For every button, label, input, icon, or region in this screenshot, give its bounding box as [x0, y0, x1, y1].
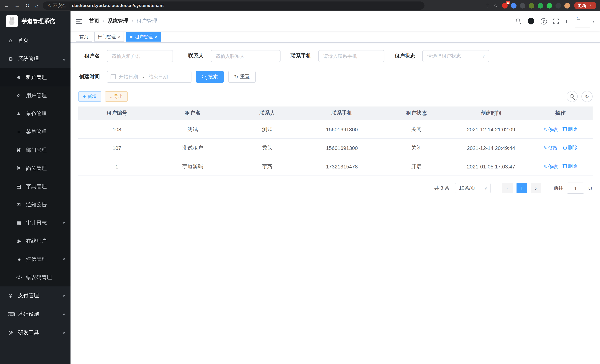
extension-icon-5[interactable] — [538, 3, 543, 8]
extensions-cluster: 10 — [502, 3, 570, 8]
contact-input[interactable] — [211, 50, 281, 62]
filter-status: 租户状态 请选择租户状态 ∨ — [394, 50, 489, 62]
extension-icon-8[interactable] — [564, 3, 570, 8]
edit-button[interactable]: ✎修改 — [544, 145, 558, 152]
fullscreen-icon[interactable] — [553, 18, 559, 24]
reload-button[interactable]: ↻ — [25, 3, 29, 9]
book-icon: ▤ — [16, 184, 22, 189]
star-icon[interactable]: ☆ — [494, 3, 498, 8]
hamburger-button[interactable] — [76, 19, 82, 24]
close-icon[interactable]: × — [155, 35, 157, 39]
github-icon[interactable] — [528, 18, 534, 25]
goto-page-input[interactable] — [567, 183, 584, 194]
browser-menu-icon[interactable]: ⋮ — [589, 3, 593, 8]
date-range-picker[interactable]: 开始日期 - 结束日期 — [107, 71, 191, 83]
tab-home[interactable]: 首页 — [76, 32, 92, 42]
search-toggle-button[interactable] — [567, 91, 578, 102]
page-size-select[interactable]: 10条/页 ∨ — [455, 183, 490, 193]
back-button[interactable]: ← — [4, 3, 9, 9]
sidebar-item-menu[interactable]: ≡ 菜单管理 — [0, 123, 71, 141]
search-button[interactable]: 搜索 — [196, 71, 224, 83]
status-select[interactable]: 请选择租户状态 ∨ — [422, 50, 489, 62]
cell-actions: ✎修改删除 — [528, 157, 593, 176]
next-page-button[interactable]: › — [531, 183, 541, 193]
caret-down-icon: ▾ — [593, 19, 594, 23]
extension-icon-3[interactable] — [520, 3, 525, 8]
extension-icon-6[interactable] — [547, 3, 552, 8]
sidebar-item-role[interactable]: ♟ 角色管理 — [0, 105, 71, 123]
sidebar-item-dept[interactable]: ⌘ 部门管理 — [0, 141, 71, 159]
delete-icon — [563, 127, 567, 131]
sidebar-item-infra[interactable]: ⌨ 基础设施 ∨ — [0, 305, 71, 324]
extension-icon-2[interactable] — [511, 3, 516, 8]
export-button[interactable]: ↓ 导出 — [105, 91, 128, 102]
tab-tenant[interactable]: 租户管理 × — [126, 32, 161, 42]
sidebar-item-sms[interactable]: ◈ 短信管理 ∨ — [0, 250, 71, 268]
sidebar-item-dict[interactable]: ▤ 字典管理 — [0, 177, 71, 196]
broken-image-icon — [576, 16, 581, 21]
document-icon: ▧ — [16, 220, 22, 226]
sidebar-item-devtools[interactable]: ⚒ 研发工具 ∨ — [0, 324, 71, 342]
flag-icon: ⚑ — [16, 166, 22, 171]
tenant-name-input[interactable] — [107, 50, 173, 62]
avatar-dropdown[interactable]: ▾ — [575, 15, 594, 28]
phone-input[interactable] — [318, 50, 384, 62]
prev-page-button[interactable]: ‹ — [502, 183, 513, 193]
sidebar-item-tenant[interactable]: ☻ 租户管理 — [0, 68, 71, 86]
edit-button[interactable]: ✎修改 — [544, 126, 558, 133]
logo-row[interactable]: 芋道管理系统 — [0, 11, 71, 31]
table-row: 1 芋道源码 芋艿 17321315478 开启 2021-01-05 17:0… — [78, 157, 593, 176]
share-icon[interactable]: ⇧ — [486, 3, 490, 8]
update-button[interactable]: 更新 ⋮ — [574, 2, 596, 9]
gear-icon: ⚙ — [7, 56, 14, 62]
delete-button[interactable]: 删除 — [563, 144, 578, 151]
breadcrumb-system[interactable]: 系统管理 — [108, 18, 128, 25]
cell-status: 关闭 — [379, 120, 454, 139]
font-size-icon[interactable]: T — [565, 18, 568, 24]
sidebar-item-online[interactable]: ◉ 在线用户 — [0, 232, 71, 250]
list-icon: ≡ — [16, 129, 22, 135]
chevron-down-icon: ∨ — [63, 312, 65, 316]
home-button[interactable]: ⌂ — [35, 3, 38, 9]
extension-icon-7[interactable] — [555, 3, 561, 8]
extension-icon-1[interactable]: 10 — [502, 3, 508, 8]
tab-dept[interactable]: 部门管理 × — [94, 32, 124, 42]
url-text: dashboard.yudao.iocoder.cn/system/tenant — [72, 3, 164, 8]
url-bar[interactable]: ⚠ 不安全 dashboard.yudao.iocoder.cn/system/… — [43, 1, 424, 10]
sidebar-item-system[interactable]: ⚙ 系统管理 ∧ — [0, 50, 71, 68]
code-icon: </> — [16, 275, 22, 280]
delete-button[interactable]: 删除 — [563, 126, 578, 132]
reset-button[interactable]: ↻ 重置 — [228, 71, 256, 83]
breadcrumb-separator: / — [103, 18, 104, 24]
edit-button[interactable]: ✎修改 — [544, 163, 558, 170]
refresh-button[interactable]: ↻ — [581, 91, 593, 102]
sidebar-item-user[interactable]: ☺ 用户管理 — [0, 86, 71, 105]
sidebar-item-errcode[interactable]: </> 错误码管理 — [0, 268, 71, 286]
sidebar-item-home[interactable]: ⌂ 首页 — [0, 31, 71, 50]
system-submenu: ☻ 租户管理 ☺ 用户管理 ♟ 角色管理 ≡ 菜单管理 — [0, 68, 71, 286]
help-icon[interactable]: ? — [541, 18, 547, 24]
screen: ← → ↻ ⌂ ⚠ 不安全 dashboard.yudao.iocoder.cn… — [0, 0, 600, 364]
security-indicator[interactable]: ⚠ 不安全 — [47, 2, 66, 9]
calendar-icon — [111, 74, 116, 79]
delete-button[interactable]: 删除 — [563, 163, 578, 169]
create-time-label: 创建时间 — [78, 74, 100, 80]
cell-contact: 芋艿 — [230, 157, 305, 176]
sidebar-item-audit[interactable]: ▧ 审计日志 ∨ — [0, 214, 71, 232]
extension-icon-4[interactable] — [529, 3, 534, 8]
add-button[interactable]: + 新增 — [78, 91, 101, 102]
page-size-value: 10条/页 — [459, 185, 475, 191]
forward-button[interactable]: → — [14, 3, 20, 9]
sidebar-item-notice[interactable]: ✉ 通知公告 — [0, 196, 71, 214]
page-button-1[interactable]: 1 — [516, 183, 527, 193]
close-icon[interactable]: × — [118, 35, 120, 39]
breadcrumb-home[interactable]: 首页 — [89, 18, 99, 25]
search-icon[interactable] — [516, 19, 521, 24]
breadcrumb-separator: / — [132, 18, 133, 24]
sidebar-item-label: 短信管理 — [26, 256, 47, 262]
browser-actions: ⇧ ☆ 10 更新 ⋮ — [486, 2, 596, 9]
sidebar-item-post[interactable]: ⚑ 岗位管理 — [0, 159, 71, 177]
page-unit-label: 页 — [588, 185, 593, 191]
sidebar-item-payment[interactable]: ¥ 支付管理 ∨ — [0, 286, 71, 305]
monitor-icon: ⌨ — [7, 311, 14, 317]
